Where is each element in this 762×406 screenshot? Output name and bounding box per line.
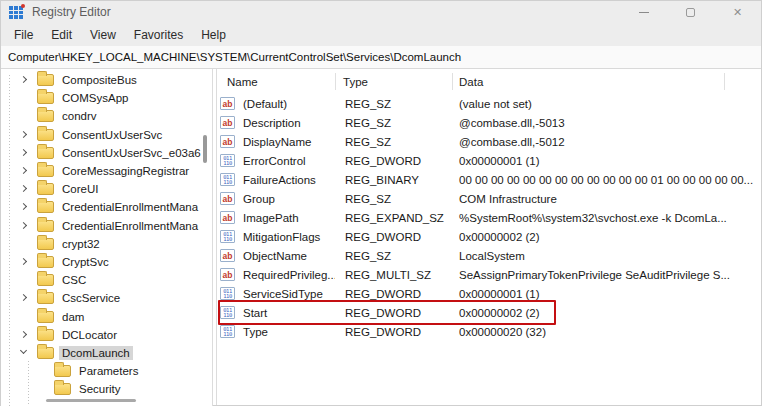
- folder-icon: [54, 365, 71, 377]
- folder-icon: [37, 92, 54, 104]
- folder-icon: [37, 311, 54, 323]
- chevron-right-icon[interactable]: [17, 328, 31, 342]
- value-type-cell: REG_SZ: [335, 98, 452, 110]
- chevron-right-icon[interactable]: [17, 291, 31, 305]
- registry-value-row-start[interactable]: 011 110StartREG_DWORD0x00000002 (2): [217, 303, 761, 322]
- registry-value-row-description[interactable]: abDescriptionREG_SZ@combase.dll,-5013: [217, 113, 761, 132]
- dword-value-icon: 011 110: [220, 306, 235, 319]
- tree-item-condrv[interactable]: condrv: [1, 107, 212, 125]
- column-header-name[interactable]: Name: [217, 76, 335, 88]
- value-name: ImagePath: [243, 212, 299, 224]
- tree-item-crypt32[interactable]: crypt32: [1, 235, 212, 253]
- tree-horizontal-scrollbar[interactable]: [46, 399, 136, 402]
- minimize-button[interactable]: [620, 1, 667, 23]
- close-button[interactable]: ✕: [714, 1, 761, 23]
- string-value-icon: ab: [220, 192, 235, 205]
- value-type-cell: REG_DWORD: [335, 288, 452, 300]
- tree-item-coreui[interactable]: CoreUI: [1, 180, 212, 198]
- menu-item-edit[interactable]: Edit: [42, 26, 81, 44]
- column-header-type[interactable]: Type: [335, 76, 452, 88]
- tree-item-parameters[interactable]: Parameters: [1, 362, 212, 380]
- string-value-icon: ab: [220, 268, 235, 281]
- registry-value-row-mitigationflags[interactable]: 011 110MitigationFlagsREG_DWORD0x0000000…: [217, 227, 761, 246]
- tree-item-compositebus[interactable]: CompositeBus: [1, 71, 212, 89]
- value-name: (Default): [243, 98, 287, 110]
- title-bar: Registry Editor ✕: [1, 1, 761, 23]
- value-data-cell: @combase.dll,-5012: [452, 136, 724, 148]
- value-name-cell: 011 110FailureActions: [217, 173, 335, 186]
- registry-value-row-displayname[interactable]: abDisplayNameREG_SZ@combase.dll,-5012: [217, 132, 761, 151]
- column-header-data[interactable]: Data: [452, 76, 724, 88]
- tree-item-label: COMSysApp: [59, 91, 131, 105]
- chevron-right-icon[interactable]: [17, 219, 31, 233]
- chevron-right-icon[interactable]: [17, 146, 31, 160]
- registry-value-row-failureactions[interactable]: 011 110FailureActionsREG_BINARY00 00 00 …: [217, 170, 761, 189]
- menu-bar: FileEditViewFavoritesHelp: [1, 23, 761, 46]
- tree-vertical-scrollbar[interactable]: [203, 135, 207, 163]
- tree-item-cscservice[interactable]: CscService: [1, 289, 212, 307]
- value-name-cell: abImagePath: [217, 211, 335, 224]
- chevron-down-icon[interactable]: [17, 346, 31, 360]
- value-type-cell: REG_SZ: [335, 193, 452, 205]
- registry-key-tree-pane: CompositeBusCOMSysAppcondrvConsentUxUser…: [1, 69, 213, 406]
- tree-item-consentuxusersvc_e03a6[interactable]: ConsentUxUserSvc_e03a6: [1, 144, 212, 162]
- menu-item-view[interactable]: View: [81, 26, 125, 44]
- value-data-cell: 0x00000020 (32): [452, 326, 724, 338]
- registry-value-row-type[interactable]: 011 110TypeREG_DWORD0x00000020 (32): [217, 322, 761, 341]
- value-data-cell: (value not set): [452, 98, 724, 110]
- tree-item-dcomlaunch[interactable]: DcomLaunch: [1, 344, 212, 362]
- folder-icon: [37, 183, 54, 195]
- value-list-rows: ab(Default)REG_SZ(value not set)abDescri…: [217, 94, 761, 341]
- registry-value-row-requiredprivileg[interactable]: abRequiredPrivileg...REG_MULTI_SZSeAssig…: [217, 265, 761, 284]
- value-name-cell: abRequiredPrivileg...: [217, 268, 335, 281]
- chevron-right-icon[interactable]: [17, 73, 31, 87]
- chevron-right-icon[interactable]: [17, 164, 31, 178]
- column-header-divider[interactable]: [335, 73, 336, 90]
- tree-item-label: CompositeBus: [59, 73, 140, 87]
- tree-item-credentialenrollmentmana[interactable]: CredentialEnrollmentMana: [1, 217, 212, 235]
- registry-editor-app-icon: [9, 6, 23, 19]
- value-name: FailureActions: [243, 174, 316, 186]
- chevron-right-icon[interactable]: [17, 255, 31, 269]
- value-name: DisplayName: [243, 136, 311, 148]
- registry-value-row-group[interactable]: abGroupREG_SZCOM Infrastructure: [217, 189, 761, 208]
- registry-key-tree: CompositeBusCOMSysAppcondrvConsentUxUser…: [1, 69, 212, 398]
- address-bar[interactable]: Computer\HKEY_LOCAL_MACHINE\SYSTEM\Curre…: [1, 46, 761, 69]
- tree-item-credentialenrollmentmana[interactable]: CredentialEnrollmentMana: [1, 198, 212, 216]
- chevron-right-icon[interactable]: [17, 182, 31, 196]
- tree-item-cryptsvc[interactable]: CryptSvc: [1, 253, 212, 271]
- tree-item-consentuxusersvc[interactable]: ConsentUxUserSvc: [1, 126, 212, 144]
- tree-item-csc[interactable]: CSC: [1, 271, 212, 289]
- window-title: Registry Editor: [32, 5, 111, 19]
- tree-item-label: Security: [76, 382, 124, 396]
- folder-icon: [37, 238, 54, 250]
- folder-icon: [37, 256, 54, 268]
- dword-value-icon: 011 110: [220, 173, 235, 186]
- chevron-right-icon[interactable]: [17, 128, 31, 142]
- tree-item-dam[interactable]: dam: [1, 307, 212, 325]
- registry-value-row-objectname[interactable]: abObjectNameREG_SZLocalSystem: [217, 246, 761, 265]
- chevron-placeholder: [17, 310, 31, 324]
- tree-item-dclocator[interactable]: DCLocator: [1, 326, 212, 344]
- chevron-right-icon[interactable]: [17, 200, 31, 214]
- registry-value-row-errorcontrol[interactable]: 011 110ErrorControlREG_DWORD0x00000001 (…: [217, 151, 761, 170]
- value-name: Type: [243, 326, 268, 338]
- chevron-placeholder: [17, 237, 31, 251]
- registry-value-row-default[interactable]: ab(Default)REG_SZ(value not set): [217, 94, 761, 113]
- value-name: ErrorControl: [243, 155, 306, 167]
- folder-icon: [37, 129, 54, 141]
- menu-item-file[interactable]: File: [5, 26, 42, 44]
- column-header-divider[interactable]: [452, 73, 453, 90]
- menu-item-favorites[interactable]: Favorites: [125, 26, 192, 44]
- tree-item-comsysapp[interactable]: COMSysApp: [1, 89, 212, 107]
- column-header-divider[interactable]: [724, 73, 725, 90]
- tree-item-security[interactable]: Security: [1, 380, 212, 398]
- value-data-cell: 0x00000002 (2): [452, 231, 724, 243]
- menu-item-help[interactable]: Help: [192, 26, 235, 44]
- tree-item-label: CoreMessagingRegistrar: [59, 164, 192, 178]
- registry-value-row-servicesidtype[interactable]: 011 110ServiceSidTypeREG_DWORD0x00000001…: [217, 284, 761, 303]
- maximize-button[interactable]: [667, 1, 714, 23]
- value-name-cell: 011 110MitigationFlags: [217, 230, 335, 243]
- tree-item-coremessagingregistrar[interactable]: CoreMessagingRegistrar: [1, 162, 212, 180]
- registry-value-row-imagepath[interactable]: abImagePathREG_EXPAND_SZ%SystemRoot%\sys…: [217, 208, 761, 227]
